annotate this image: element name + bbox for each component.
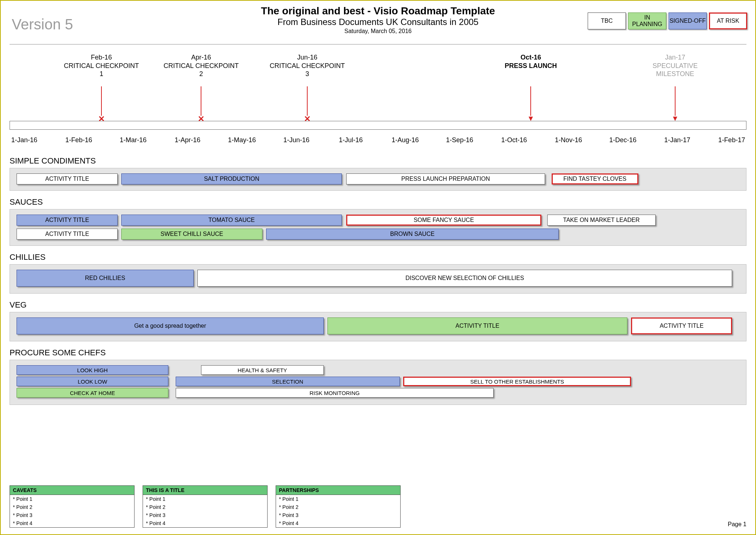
swimlane-row: LOOK LOWSELECTIONSELL TO OTHER ESTABLISH… xyxy=(17,377,739,387)
swimlane-row: RED CHILLIESDISCOVER NEW SELECTION OF CH… xyxy=(17,270,739,288)
activity-bar[interactable]: TAKE ON MARKET LEADER xyxy=(547,215,656,226)
legend: TBC IN PLANNING SIGNED-OFF AT RISK xyxy=(588,12,747,29)
swimlane-title: SIMPLE CONDIMENTS xyxy=(10,156,746,166)
time-axis-bar xyxy=(10,121,746,130)
swimlane-title: VEG xyxy=(10,300,746,310)
activity-bar[interactable]: ACTIVITY TITLE xyxy=(631,317,732,334)
activity-bar[interactable]: Get a good spread together xyxy=(17,317,324,334)
swimlane-row: ACTIVITY TITLESALT PRODUCTIONPRESS LAUNC… xyxy=(17,173,739,185)
activity-bar[interactable]: TOMATO SAUCE xyxy=(121,215,342,226)
legend-signed-off: SIGNED-OFF xyxy=(669,12,707,29)
activity-bar[interactable]: SOME FANCY SAUCE xyxy=(346,215,541,226)
activity-bar[interactable]: HEALTH & SAFETY xyxy=(201,365,324,375)
timeline: 1-Jan-161-Feb-161-Mar-161-Apr-161-May-16… xyxy=(10,50,746,152)
tick-label: 1-Feb-17 xyxy=(718,136,745,144)
footer-box-point: * Point 1 xyxy=(143,495,267,503)
tick-label: 1-May-16 xyxy=(228,136,256,144)
activity-bar[interactable]: ACTIVITY TITLE xyxy=(17,229,118,240)
activity-bar[interactable]: CHECK AT HOME xyxy=(17,388,168,398)
footer-box-title: PARTNERSHIPS xyxy=(276,486,400,495)
activity-bar[interactable]: SELL TO OTHER ESTABLISHMENTS xyxy=(403,377,631,386)
activity-bar[interactable]: RED CHILLIES xyxy=(17,270,194,287)
footer-box-point: * Point 4 xyxy=(10,519,134,527)
milestone-arrow-icon: ▼ xyxy=(671,114,679,123)
header: Version 5 The original and best - Visio … xyxy=(1,1,755,41)
footer-box: CAVEATS* Point 1* Point 2* Point 3* Poin… xyxy=(10,485,135,528)
activity-bar[interactable]: PRESS LAUNCH PREPARATION xyxy=(346,173,545,184)
activity-bar[interactable]: LOOK LOW xyxy=(17,377,168,386)
swimlane: CHILLIESRED CHILLIESDISCOVER NEW SELECTI… xyxy=(10,252,746,294)
milestone-label: Oct-16 PRESS LAUNCH xyxy=(488,53,573,70)
legend-at-risk: AT RISK xyxy=(709,12,747,29)
tick-label: 1-Feb-16 xyxy=(65,136,92,144)
activity-bar[interactable]: DISCOVER NEW SELECTION OF CHILLIES xyxy=(197,270,732,287)
swimlane-body: ACTIVITY TITLETOMATO SAUCESOME FANCY SAU… xyxy=(10,209,746,246)
milestone-label: Apr-16 CRITICAL CHECKPOINT 2 xyxy=(159,53,243,78)
swimlane-title: SAUCES xyxy=(10,197,746,207)
version-label: Version 5 xyxy=(12,16,73,33)
legend-tbc: TBC xyxy=(588,12,626,29)
footer-box-point: * Point 3 xyxy=(10,511,134,519)
tick-label: 1-Apr-16 xyxy=(175,136,200,144)
footer-box-point: * Point 2 xyxy=(276,503,400,511)
swimlane-body: ACTIVITY TITLESALT PRODUCTIONPRESS LAUNC… xyxy=(10,168,746,191)
milestone-connector xyxy=(201,86,201,116)
footer-box-point: * Point 3 xyxy=(276,511,400,519)
tick-label: 1-Aug-16 xyxy=(391,136,419,144)
footer-box-point: * Point 2 xyxy=(10,503,134,511)
activity-bar[interactable]: ACTIVITY TITLE xyxy=(17,215,118,226)
swimlane-body: Get a good spread togetherACTIVITY TITLE… xyxy=(10,312,746,341)
swimlane-body: LOOK HIGHHEALTH & SAFETYLOOK LOWSELECTIO… xyxy=(10,360,746,405)
milestone-connector xyxy=(675,86,676,116)
tick-label: 1-Jul-16 xyxy=(339,136,363,144)
legend-in-planning: IN PLANNING xyxy=(628,12,666,29)
swimlane: VEGGet a good spread togetherACTIVITY TI… xyxy=(10,300,746,341)
milestone-connector xyxy=(530,86,531,116)
tick-label: 1-Oct-16 xyxy=(501,136,527,144)
activity-bar[interactable]: FIND TASTEY CLOVES xyxy=(552,173,638,184)
footer-box: PARTNERSHIPS* Point 1* Point 2* Point 3*… xyxy=(276,485,401,528)
swimlane-row: LOOK HIGHHEALTH & SAFETY xyxy=(17,365,739,376)
time-axis-ticks: 1-Jan-161-Feb-161-Mar-161-Apr-161-May-16… xyxy=(10,136,746,147)
footer-box-title: THIS IS A TITLE xyxy=(143,486,267,495)
tick-label: 1-Jan-17 xyxy=(664,136,690,144)
footer-box-point: * Point 3 xyxy=(143,511,267,519)
activity-bar[interactable]: BROWN SAUCE xyxy=(266,229,559,240)
footer-box-title: CAVEATS xyxy=(10,486,134,495)
footer-box-point: * Point 1 xyxy=(10,495,134,503)
milestone-connector xyxy=(101,86,102,116)
swimlane-title: CHILLIES xyxy=(10,252,746,262)
activity-bar[interactable]: ACTIVITY TITLE xyxy=(327,317,627,334)
milestone-label: Jan-17 SPECULATIVE MILESTONE xyxy=(633,53,717,78)
swimlane-row: ACTIVITY TITLETOMATO SAUCESOME FANCY SAU… xyxy=(17,215,739,226)
activity-bar[interactable]: LOOK HIGH xyxy=(17,365,168,375)
swimlane-row: ACTIVITY TITLESWEET CHILLI SAUCEBROWN SA… xyxy=(17,229,739,240)
footer-boxes: CAVEATS* Point 1* Point 2* Point 3* Poin… xyxy=(10,485,401,528)
swimlane-title: PROCURE SOME CHEFS xyxy=(10,348,746,358)
footer-box-point: * Point 1 xyxy=(276,495,400,503)
activity-bar[interactable]: SALT PRODUCTION xyxy=(121,173,342,184)
footer-box: THIS IS A TITLE* Point 1* Point 2* Point… xyxy=(143,485,268,528)
page-number: Page 1 xyxy=(728,521,746,528)
milestone-label: Jun-16 CRITICAL CHECKPOINT 3 xyxy=(265,53,350,78)
activity-bar[interactable]: SELECTION xyxy=(176,377,400,386)
tick-label: 1-Jun-16 xyxy=(283,136,309,144)
tick-label: 1-Jan-16 xyxy=(11,136,37,144)
swimlane-row: Get a good spread togetherACTIVITY TITLE… xyxy=(17,317,739,336)
activity-bar[interactable]: ACTIVITY TITLE xyxy=(17,173,118,184)
tick-label: 1-Sep-16 xyxy=(446,136,473,144)
activity-bar[interactable]: SWEET CHILLI SAUCE xyxy=(121,229,262,240)
footer-box-point: * Point 4 xyxy=(143,519,267,527)
swimlane-row: CHECK AT HOMERISK MONITORING xyxy=(17,388,739,398)
footer-box-point: * Point 4 xyxy=(276,519,400,527)
tick-label: 1-Nov-16 xyxy=(555,136,582,144)
milestone-x-icon: ✕ xyxy=(304,114,311,124)
header-separator xyxy=(10,44,746,44)
milestone-arrow-icon: ▼ xyxy=(527,114,534,123)
swimlanes: SIMPLE CONDIMENTSACTIVITY TITLESALT PROD… xyxy=(1,156,755,405)
milestone-label: Feb-16 CRITICAL CHECKPOINT 1 xyxy=(59,53,144,78)
activity-bar[interactable]: RISK MONITORING xyxy=(176,388,494,398)
milestone-connector xyxy=(307,86,308,116)
tick-label: 1-Mar-16 xyxy=(120,136,147,144)
tick-label: 1-Dec-16 xyxy=(609,136,637,144)
